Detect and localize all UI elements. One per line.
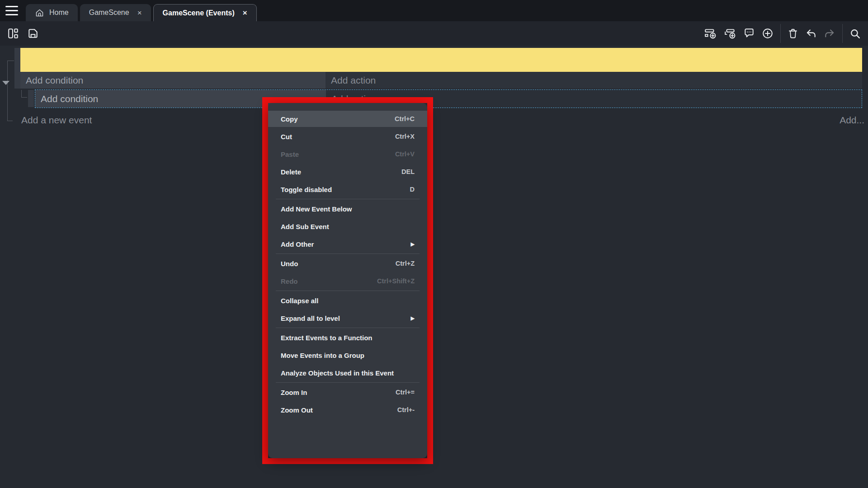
undo-button[interactable] [805,28,817,39]
menu-item-label: Add Other [281,240,314,248]
tab-label: GameScene [89,9,129,17]
menu-item-zoom-out[interactable]: Zoom Out Ctrl+- [268,402,427,418]
tab-label: Home [49,9,69,17]
add-condition-button[interactable]: Add condition [20,72,326,89]
menu-item-toggle-disabled[interactable]: Toggle disabled D [268,181,427,197]
menu-separator [276,199,420,199]
undo-icon [805,28,817,39]
tree-line [7,121,13,121]
menu-item-label: Collapse all [281,297,318,305]
event-gutter[interactable] [14,48,20,89]
menu-item-expand-all-to-level[interactable]: Expand all to level ▶ [268,310,427,326]
menu-item-delete[interactable]: Delete DEL [268,164,427,180]
close-icon[interactable]: × [137,9,142,17]
tab-label: GameScene (Events) [163,9,235,17]
toolbar-left-group [7,21,39,46]
event-row: Add condition Add action [20,72,862,89]
menu-item-shortcut: D [410,186,415,193]
menu-item-add-other[interactable]: Add Other ▶ [268,236,427,252]
tree-line [7,61,14,61]
menu-item-shortcut: DEL [401,168,415,175]
panels-icon [7,28,19,39]
add-other-button[interactable] [762,28,774,39]
add-comment-button[interactable] [743,28,755,39]
menu-item-label: Move Events into a Group [281,352,364,359]
add-event-button[interactable] [704,28,717,39]
add-condition-label: Add condition [41,94,98,104]
tab-gamescene[interactable]: GameScene × [80,4,151,21]
menu-item-zoom-in[interactable]: Zoom In Ctrl+= [268,384,427,400]
tab-strip: Home GameScene × GameScene (Events) × [26,4,259,21]
menu-item-shortcut: Ctrl+Shift+Z [377,277,415,285]
menu-separator [276,382,420,383]
tree-line [21,90,22,97]
add-ellipsis-label[interactable]: Add... [840,115,864,126]
menu-item-add-sub-event[interactable]: Add Sub Event [268,218,427,235]
menu-item-paste[interactable]: Paste Ctrl+V [268,146,427,162]
tree-line [21,97,27,98]
menu-item-label: Add Sub Event [281,223,329,230]
events-toolbar: Preview ▼ Publish [0,21,868,46]
menu-separator [276,291,420,291]
close-icon[interactable]: × [243,9,247,17]
toolbar-right-group [704,21,861,46]
menu-item-collapse-all[interactable]: Collapse all [268,292,427,309]
menu-item-shortcut: Ctrl+- [397,406,415,413]
menu-item-label: Zoom Out [281,406,313,414]
red-highlight-frame: Copy Ctrl+C Cut Ctrl+X Paste Ctrl+V Dele… [262,97,433,464]
save-button[interactable] [27,28,39,39]
tab-gamescene-events[interactable]: GameScene (Events) × [153,4,257,21]
menu-item-shortcut: Ctrl+C [395,115,415,122]
comment-icon [743,28,755,39]
menu-item-label: Paste [281,150,299,158]
menu-item-label: Expand all to level [281,314,340,322]
collapse-event-icon[interactable] [2,81,9,85]
menu-item-redo[interactable]: Redo Ctrl+Shift+Z [268,273,427,289]
add-event-icon [704,28,717,39]
redo-button[interactable] [824,28,835,39]
menu-item-shortcut: Ctrl+= [396,389,415,396]
menu-item-undo[interactable]: Undo Ctrl+Z [268,255,427,272]
toggle-panels-button[interactable] [7,28,19,39]
add-sub-event-icon [724,28,736,39]
add-new-event-button[interactable]: Add a new event [21,115,92,126]
menu-item-label: Extract Events to a Function [281,334,373,342]
sub-event-gutter[interactable] [28,90,34,107]
delete-button[interactable] [788,28,798,39]
add-action-button[interactable]: Add action [326,72,862,89]
menu-item-label: Copy [281,115,298,123]
events-sheet: Add condition Add action Add condition A… [0,46,868,488]
add-sub-event-button[interactable] [724,28,736,39]
trash-icon [788,28,798,39]
add-circle-icon [762,28,774,39]
menu-item-shortcut: Ctrl+V [395,150,415,158]
home-icon [35,8,44,18]
menu-item-label: Zoom In [281,389,307,396]
menu-item-move-events-into-group[interactable]: Move Events into a Group [268,347,427,363]
menu-item-label: Add New Event Below [281,205,352,213]
menu-item-label: Redo [281,277,298,285]
toolbar-divider [780,24,781,43]
menu-item-shortcut: Ctrl+X [395,133,415,140]
menu-item-label: Analyze Objects Used in this Event [281,369,394,377]
menu-item-analyze-objects[interactable]: Analyze Objects Used in this Event [268,365,427,381]
search-icon [849,28,861,39]
event-comment-block[interactable] [20,48,862,72]
menu-item-cut[interactable]: Cut Ctrl+X [268,128,427,145]
menu-item-add-new-event-below[interactable]: Add New Event Below [268,201,427,217]
menu-separator [276,253,420,254]
submenu-arrow-icon: ▶ [411,241,415,247]
save-icon [27,28,39,39]
menu-item-copy[interactable]: Copy Ctrl+C [268,111,427,127]
toolbar-divider [842,24,843,43]
redo-icon [824,28,835,39]
menu-item-label: Cut [281,133,292,141]
main-menu-icon[interactable] [5,6,18,15]
menu-separator [276,328,420,328]
tab-bar: Home GameScene × GameScene (Events) × [0,0,868,21]
tab-home[interactable]: Home [26,4,78,21]
tree-line [7,61,8,121]
search-button[interactable] [849,28,861,39]
menu-item-shortcut: Ctrl+Z [396,260,415,267]
menu-item-extract-events-to-function[interactable]: Extract Events to a Function [268,329,427,346]
